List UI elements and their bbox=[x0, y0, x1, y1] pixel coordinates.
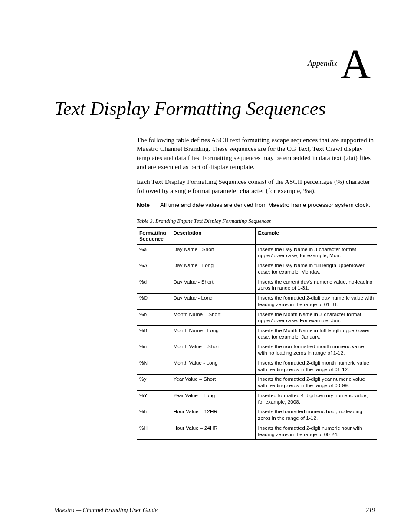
table-row: %h Hour Value – 12HR Inserts the formatt… bbox=[137, 407, 377, 423]
table-row: %b Month Name – Short Inserts the Month … bbox=[137, 310, 377, 326]
cell-description: Day Value - Short bbox=[171, 277, 255, 293]
page-footer: Maestro — Channel Branding User Guide 21… bbox=[54, 507, 375, 514]
cell-sequence: %A bbox=[137, 261, 171, 277]
appendix-letter: A bbox=[341, 43, 371, 85]
cell-example: Inserts the Day Name in full length uppe… bbox=[255, 261, 377, 277]
appendix-header: AppendixA bbox=[54, 43, 371, 85]
table-row: %y Year Value – Short Inserts the format… bbox=[137, 374, 377, 390]
formatting-sequences-table: Formatting Sequence Description Example … bbox=[137, 227, 377, 440]
cell-sequence: %D bbox=[137, 293, 171, 309]
cell-sequence: %d bbox=[137, 277, 171, 293]
cell-sequence: %Y bbox=[137, 391, 171, 407]
note-label: Note bbox=[137, 201, 160, 209]
table-row: %a Day Name - Short Inserts the Day Name… bbox=[137, 245, 377, 261]
intro-paragraph-2: Each Text Display Formatting Sequences c… bbox=[137, 177, 375, 195]
footer-page-number: 219 bbox=[366, 507, 375, 514]
body-text: The following table defines ASCII text f… bbox=[137, 136, 375, 196]
footer-doc-title: Maestro — Channel Branding User Guide bbox=[54, 507, 158, 514]
cell-example: Inserts the non-formatted month numeric … bbox=[255, 342, 377, 358]
cell-example: Inserts the formatted 2-digit month nume… bbox=[255, 358, 377, 374]
cell-example: Inserts the formatted 2-digit numeric ho… bbox=[255, 423, 377, 440]
cell-example: Inserted formatted 4-digit century numer… bbox=[255, 391, 377, 407]
cell-description: Month Value - Long bbox=[171, 358, 255, 374]
note-block: Note All time and date values are derive… bbox=[137, 201, 375, 209]
table-caption: Table 3. Branding Engine Text Display Fo… bbox=[137, 218, 375, 225]
cell-sequence: %N bbox=[137, 358, 171, 374]
table-row: %d Day Value - Short Inserts the current… bbox=[137, 277, 377, 293]
table-row: %H Hour Value – 24HR Inserts the formatt… bbox=[137, 423, 377, 440]
cell-description: Hour Value – 12HR bbox=[171, 407, 255, 423]
cell-sequence: %B bbox=[137, 326, 171, 342]
table-row: %N Month Value - Long Inserts the format… bbox=[137, 358, 377, 374]
cell-sequence: %y bbox=[137, 374, 171, 390]
cell-sequence: %a bbox=[137, 245, 171, 261]
cell-sequence: %H bbox=[137, 423, 171, 440]
table-row: %B Month Name - Long Inserts the Month N… bbox=[137, 326, 377, 342]
cell-example: Inserts the formatted numeric hour, no l… bbox=[255, 407, 377, 423]
cell-sequence: %h bbox=[137, 407, 171, 423]
table-header-description: Description bbox=[171, 228, 255, 245]
cell-description: Hour Value – 24HR bbox=[171, 423, 255, 440]
cell-example: Inserts the formatted 2-digit day numeri… bbox=[255, 293, 377, 309]
cell-description: Year Value – Long bbox=[171, 391, 255, 407]
cell-example: Inserts the Month Name in 3-character fo… bbox=[255, 310, 377, 326]
table-row: %Y Year Value – Long Inserted formatted … bbox=[137, 391, 377, 407]
table-row: %D Day Value - Long Inserts the formatte… bbox=[137, 293, 377, 309]
intro-paragraph-1: The following table defines ASCII text f… bbox=[137, 136, 375, 172]
cell-description: Year Value – Short bbox=[171, 374, 255, 390]
cell-example: Inserts the Month Name in full length up… bbox=[255, 326, 377, 342]
cell-sequence: %n bbox=[137, 342, 171, 358]
note-text: All time and date values are derived fro… bbox=[160, 201, 375, 209]
cell-description: Day Name - Short bbox=[171, 245, 255, 261]
appendix-label: Appendix bbox=[308, 59, 337, 68]
cell-description: Day Value - Long bbox=[171, 293, 255, 309]
table-row: %n Month Value – Short Inserts the non-f… bbox=[137, 342, 377, 358]
cell-example: Inserts the formatted 2-digit year numer… bbox=[255, 374, 377, 390]
cell-sequence: %b bbox=[137, 310, 171, 326]
table-header-row: Formatting Sequence Description Example bbox=[137, 228, 377, 245]
cell-example: Inserts the Day Name in 3-character form… bbox=[255, 245, 377, 261]
table-header-example: Example bbox=[255, 228, 377, 245]
cell-description: Month Name – Short bbox=[171, 310, 255, 326]
table-header-sequence: Formatting Sequence bbox=[137, 228, 171, 245]
table-row: %A Day Name - Long Inserts the Day Name … bbox=[137, 261, 377, 277]
cell-description: Day Name - Long bbox=[171, 261, 255, 277]
chapter-title: Text Display Formatting Sequences bbox=[54, 98, 375, 120]
cell-description: Month Value – Short bbox=[171, 342, 255, 358]
cell-description: Month Name - Long bbox=[171, 326, 255, 342]
cell-example: Inserts the current day's numeric value,… bbox=[255, 277, 377, 293]
